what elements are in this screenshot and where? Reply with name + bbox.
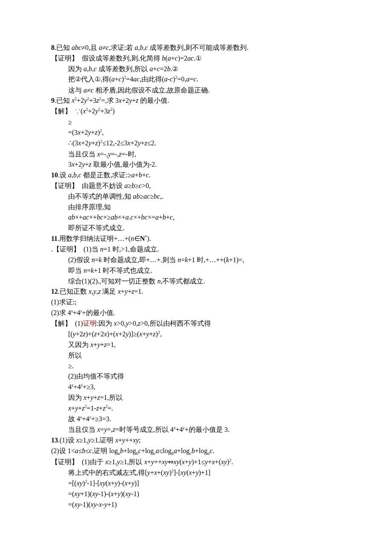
text-line: 所以 <box>51 350 345 361</box>
text-line: (2)假设 n=k 时命题成立,即+…+.则当 n=k+1 时,+…++(k+1… <box>51 255 345 266</box>
text-line: 【证明】 假设成等差数列,则,化简得 b(a+c)=2ac.① <box>51 53 345 64</box>
text-line: 【证明】 (1)由于 x≥1,y≥1,所以 x+y++xy⇔xy(x+y)+1≤… <box>51 457 345 468</box>
text-line: (2)求 4x+4y+的最小值. <box>51 308 345 318</box>
text-line: (2)由均值不等式得 <box>51 371 345 382</box>
text-line: ∴(3x+2y+z)2≤12,-2≤3x+2y+z≤2. <box>51 138 345 149</box>
text-line: =(3x+2y+z)2, <box>51 127 345 138</box>
text-line: 综合(1)(2).,可知对一切正整数 n,不等式都成立. <box>51 276 345 287</box>
text-line: 【解】 (1)证明:因为 x>0,y>0,z>0,所以由柯西不等式得 <box>51 318 345 329</box>
text-line: 因为 x+y+z=1,所以 <box>51 393 345 403</box>
text-line: .【证明】 (1)当 n=1 时,>1,命题成立. <box>51 244 345 255</box>
text-line: ≥ <box>51 117 345 128</box>
document-page: 8.已知 abc≠0,且 a≠c,求证:若 a,b,c 成等差数列,则不可能成等… <box>51 43 345 510</box>
text-line: 由排序原理,知 <box>51 202 345 213</box>
text-line: 3x+2y+z 取最小值,最小值为-2. <box>51 159 345 170</box>
text-line: 8.已知 abc≠0,且 a≠c,求证:若 a,b,c 成等差数列,则不可能成等… <box>51 43 345 53</box>
text-line: 因为 a,b,c 成等差数列,所以 a+c=2b.② <box>51 64 345 75</box>
text-line: 当且仅当 x=y=,z=时等号成立,所以 4x+4y+的最小值是 3. <box>51 425 345 435</box>
text-line: 4x+4y+≥3, <box>51 382 345 393</box>
text-line: 12.已知正数 x,y,z 满足 x+y+z=1. <box>51 286 345 297</box>
text-line: 【证明】 由题意不妨设 a≥b≥c>0, <box>51 181 345 191</box>
text-line: 即当 n=k+1 时不等式也成立. <box>51 266 345 276</box>
text-line: 11.用数学归纳法证明+…+(n∈N*). <box>51 234 345 244</box>
text-line: 【解】 ∵(x2+2y2+3z2) <box>51 106 345 117</box>
text-line: 故 4x+4y+≥3=3. <box>51 414 345 425</box>
text-line: 又因为 x+y+z=1, <box>51 340 345 350</box>
text-line: =(xy+1)(xy-1)-(x+y)(xy-1) <box>51 489 345 500</box>
text-line: 10.设 a,b,c 都是正数,求证:≥a+b+c. <box>51 170 345 181</box>
text-line: [(y+2z)+(z+2x)+(x+2y)]≥(x+y+z)2, <box>51 329 345 340</box>
text-line: =(xy-1)(xy-x-y+1) <box>51 500 345 510</box>
text-line: ≥. <box>51 361 345 372</box>
text-line: x+y+z2=1-z+z2=. <box>51 403 345 414</box>
text-line: 由不等式的单调性,知 ab≥ac≥bc,. <box>51 191 345 202</box>
text-line: 将上式中的右式减左式,得[y+x+(xy)2]-[xy(x+y)+1] <box>51 468 345 478</box>
text-line: (2)设 1<a≤b≤c,证明 logab+logbc+logca≤logba+… <box>51 446 345 457</box>
text-line: 把②代入①,得(a+c)2=4ac,由此得(a-c)2=0,a=c. <box>51 74 345 85</box>
text-line: 9.已知 x2+2y2+3z2=,求 3x+2y+z 的最小值. <box>51 95 345 106</box>
text-line: (1)求证:; <box>51 297 345 308</box>
text-line: 即所证不等式成立. <box>51 223 345 234</box>
text-line: ab×+ac×+bc×≥ab×+a.c×+bc×=a+b+c, <box>51 212 345 223</box>
text-line: 这与 a≠c 相矛盾,因此假设不成立,故原命题正确. <box>51 85 345 96</box>
text-line: =[(xy)2-1]-[xy(x+y)-(x+y)] <box>51 478 345 489</box>
text-line: 当且仅当 x=-,y=-,z=-时, <box>51 149 345 160</box>
text-line: 13.(1)设 x≥1,y≥1,证明 x+y++xy; <box>51 435 345 446</box>
